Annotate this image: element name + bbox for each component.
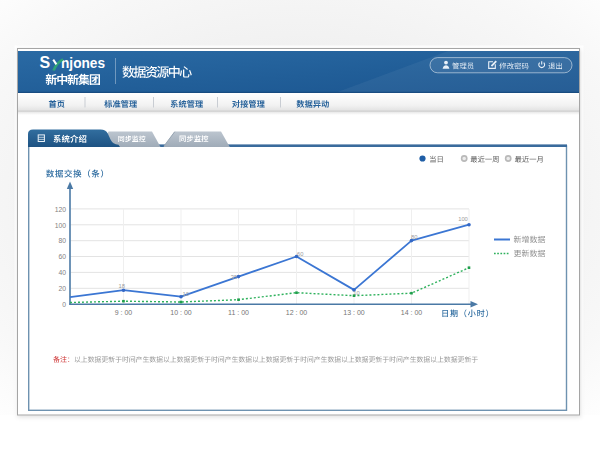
svg-text:35: 35 <box>231 274 237 280</box>
svg-text:80: 80 <box>411 234 417 240</box>
svg-text:18: 18 <box>119 283 125 289</box>
svg-text:10: 10 <box>182 291 188 297</box>
svg-text:S: S <box>40 54 51 71</box>
svg-text:12 : 00: 12 : 00 <box>286 309 308 316</box>
svg-text:100: 100 <box>458 216 468 222</box>
svg-text:120: 120 <box>55 206 67 213</box>
svg-text:40: 40 <box>58 269 66 276</box>
svg-text:14 : 00: 14 : 00 <box>401 309 423 316</box>
svg-text:20: 20 <box>58 285 66 292</box>
svg-text:10 : 00: 10 : 00 <box>170 309 192 316</box>
svg-text:100: 100 <box>55 222 67 229</box>
svg-text:0: 0 <box>62 301 66 308</box>
svg-text:9 : 00: 9 : 00 <box>115 309 133 316</box>
svg-text:60: 60 <box>297 251 303 257</box>
svg-text:60: 60 <box>58 253 66 260</box>
svg-text:13 : 00: 13 : 00 <box>343 309 365 316</box>
svg-text:njones: njones <box>61 54 105 71</box>
svg-text:11 : 00: 11 : 00 <box>228 309 249 316</box>
svg-text:80: 80 <box>58 237 66 244</box>
